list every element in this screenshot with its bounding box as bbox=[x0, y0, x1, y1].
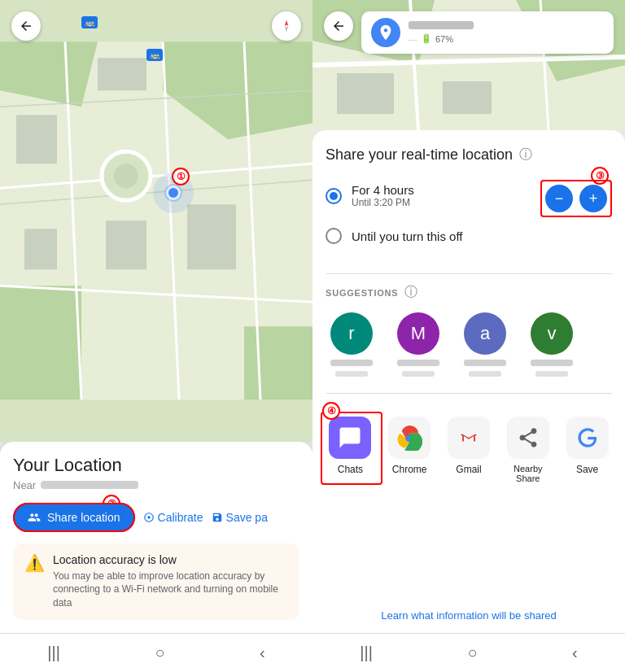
back-button-left[interactable] bbox=[11, 11, 41, 41]
radio-4hours bbox=[326, 188, 342, 204]
nav-recents-icon[interactable]: ||| bbox=[47, 644, 60, 662]
contact-sub-v bbox=[535, 371, 568, 377]
chats-label: Chats bbox=[338, 464, 363, 475]
compass-left bbox=[272, 11, 301, 41]
device-info: — 🔋 67% bbox=[409, 21, 604, 44]
svg-rect-18 bbox=[24, 229, 57, 269]
learn-link[interactable]: Learn what information will be shared bbox=[326, 598, 612, 633]
contact-name-a bbox=[464, 360, 506, 366]
chrome-icon bbox=[388, 417, 431, 459]
svg-rect-17 bbox=[106, 220, 146, 269]
nearby-share-icon bbox=[507, 417, 549, 459]
bus-icon-2: 🚌 bbox=[146, 49, 163, 61]
device-sub: — 🔋 67% bbox=[409, 33, 604, 44]
contact-avatar-a: a bbox=[464, 312, 506, 355]
nav-back-icon[interactable]: ‹ bbox=[260, 644, 265, 662]
svg-rect-30 bbox=[443, 81, 492, 114]
contact-item-m[interactable]: M bbox=[392, 312, 444, 377]
share-sheet: Share your real-time location ⓘ ③ For 4 … bbox=[312, 130, 625, 633]
near-text: Near bbox=[13, 479, 299, 491]
save-button[interactable]: Save pa bbox=[212, 511, 268, 524]
nav-home-icon-right[interactable]: ○ bbox=[467, 644, 477, 662]
contact-sub-a bbox=[469, 371, 501, 377]
divider-1 bbox=[326, 273, 612, 274]
suggestions-info-icon[interactable]: ⓘ bbox=[404, 284, 417, 301]
contact-avatar-m: M bbox=[397, 312, 439, 355]
near-blur bbox=[41, 481, 138, 489]
svg-point-13 bbox=[114, 164, 138, 188]
increase-duration-button[interactable]: + bbox=[579, 185, 607, 212]
svg-point-22 bbox=[147, 516, 151, 519]
nearby-share-label: Nearby Share bbox=[503, 464, 553, 483]
gmail-icon bbox=[448, 417, 490, 459]
contact-sub-m bbox=[402, 371, 435, 377]
app-item-save[interactable]: Save bbox=[562, 417, 612, 483]
svg-marker-19 bbox=[285, 20, 289, 27]
accuracy-warning-icon: ⚠️ bbox=[24, 553, 45, 610]
step4-marker: ④ bbox=[322, 402, 340, 420]
chrome-label: Chrome bbox=[392, 464, 427, 475]
contact-name-m bbox=[397, 360, 439, 366]
duration-controls: − + bbox=[540, 180, 612, 217]
share-title-row: Share your real-time location ⓘ bbox=[326, 146, 612, 164]
action-buttons-row: ② Share location Calibrate bbox=[13, 503, 299, 532]
app-item-chrome[interactable]: Chrome bbox=[385, 417, 435, 483]
calibrate-button[interactable]: Calibrate bbox=[143, 511, 203, 524]
radio-indefinite bbox=[326, 228, 342, 244]
decrease-duration-button[interactable]: − bbox=[545, 185, 573, 212]
svg-rect-29 bbox=[337, 73, 394, 114]
app-item-gmail[interactable]: Gmail bbox=[444, 417, 494, 483]
bottom-card: Your Location Near ② Share location bbox=[0, 442, 312, 633]
location-wrapper bbox=[166, 185, 181, 200]
contact-item-v[interactable]: v bbox=[526, 312, 578, 377]
apps-row: ④ Chats bbox=[326, 417, 612, 483]
map-area-right: — 🔋 67% bbox=[312, 0, 625, 130]
contacts-row: r M a v bbox=[326, 312, 612, 377]
app-item-nearby-share[interactable]: Nearby Share bbox=[503, 417, 553, 483]
nav-back-icon-right[interactable]: ‹ bbox=[572, 644, 578, 662]
duration-options: ③ For 4 hours Until 3:20 PM − + bbox=[326, 177, 612, 251]
nav-recents-icon-right[interactable]: ||| bbox=[360, 644, 373, 662]
duration-4hours-text: For 4 hours Until 3:20 PM bbox=[352, 183, 414, 208]
chats-icon bbox=[329, 417, 371, 459]
device-card: — 🔋 67% bbox=[361, 11, 614, 54]
contact-item-r[interactable]: r bbox=[326, 312, 378, 377]
right-panel: — 🔋 67% Share your real-time location ⓘ … bbox=[312, 0, 625, 672]
svg-rect-14 bbox=[16, 115, 57, 164]
contact-avatar-v: v bbox=[531, 312, 573, 355]
duration-option-indefinite[interactable]: Until you turn this off bbox=[326, 221, 612, 251]
svg-marker-20 bbox=[285, 26, 289, 33]
contact-sub-r bbox=[335, 371, 368, 377]
back-button-right[interactable] bbox=[324, 11, 353, 41]
divider-2 bbox=[326, 393, 612, 394]
contact-item-a[interactable]: a bbox=[459, 312, 511, 377]
share-location-button[interactable]: Share location bbox=[13, 503, 135, 532]
map-area-left: 🚌 🚌 ① bbox=[0, 0, 312, 442]
svg-rect-16 bbox=[187, 204, 236, 269]
contact-avatar-r: r bbox=[330, 312, 373, 355]
left-panel: 🚌 🚌 ① Your Location Near ② bbox=[0, 0, 312, 672]
accuracy-card: ⚠️ Location accuracy is low You may be a… bbox=[13, 543, 299, 620]
battery-icon: 🔋 bbox=[421, 33, 432, 44]
share-location-wrapper: Share location bbox=[13, 503, 135, 532]
nav-home-icon[interactable]: ○ bbox=[155, 644, 164, 662]
info-icon[interactable]: ⓘ bbox=[519, 146, 532, 164]
contact-name-r bbox=[330, 360, 373, 366]
your-location-title: Your Location bbox=[13, 455, 299, 476]
svg-rect-4 bbox=[244, 326, 312, 399]
share-title: Share your real-time location bbox=[326, 146, 513, 164]
contact-name-v bbox=[531, 360, 573, 366]
save-label: Save bbox=[576, 464, 598, 475]
accuracy-text: Location accuracy is low You may be able… bbox=[53, 553, 288, 610]
svg-rect-15 bbox=[98, 58, 146, 90]
suggestions-header: SUGGESTIONS ⓘ bbox=[326, 284, 612, 301]
bus-icon-1: 🚌 bbox=[81, 16, 98, 28]
save-icon bbox=[566, 417, 609, 459]
device-avatar bbox=[371, 18, 400, 47]
nav-bar-right: ||| ○ ‹ bbox=[312, 633, 625, 672]
nav-bar-left: ||| ○ ‹ bbox=[0, 633, 312, 672]
svg-rect-3 bbox=[0, 286, 81, 399]
gmail-label: Gmail bbox=[456, 464, 481, 475]
device-name bbox=[409, 21, 474, 29]
app-item-chats[interactable]: Chats bbox=[326, 417, 375, 483]
